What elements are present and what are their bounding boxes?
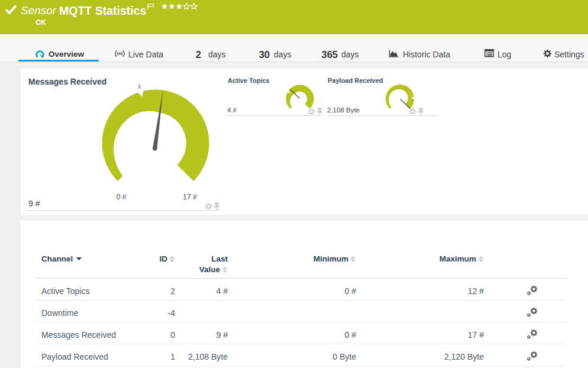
col-header-channel[interactable]: Channel (35, 251, 159, 278)
cell-channel[interactable]: Payload Received (35, 344, 159, 366)
table-row: Payload Received12,108 Byte0 Byte2,120 B… (35, 344, 567, 366)
cell-minimum: 0 Byte (228, 344, 356, 366)
gauge-value-payload-received: 2,108 Byte (327, 106, 360, 114)
gauge-value-active-topics: 4 # (227, 106, 237, 114)
col-header-actions (484, 251, 567, 278)
tab-historic-data[interactable]: Historic Data (403, 49, 450, 60)
tab-365days-number[interactable]: 365 (314, 49, 338, 60)
sort-icon (478, 256, 484, 262)
cell-id: 1 (159, 344, 175, 366)
tab-settings[interactable]: Settings (554, 49, 584, 60)
tab-365days-label[interactable]: days (341, 49, 359, 60)
flag-icon[interactable] (147, 4, 154, 10)
col-header-maximum[interactable]: Maximum (356, 251, 484, 278)
col-header-last-value[interactable]: Last Value (175, 251, 228, 278)
priority-stars-rating[interactable] (161, 3, 200, 11)
table-row: Downtime-4 (35, 300, 567, 322)
live-data-icon (115, 49, 125, 58)
sensor-header: Sensor MQTT Statistics OK (0, 0, 588, 34)
sort-icon (222, 267, 228, 273)
col-header-minimum[interactable]: Minimum (228, 251, 356, 278)
channel-table: Channel ID Last Value Minimum Maximum Ac… (35, 251, 567, 366)
tab-2days-label[interactable]: days (208, 49, 226, 60)
cell-minimum: 0 # (228, 278, 356, 300)
status-check-icon (4, 5, 18, 14)
sensor-type-label: Sensor (21, 3, 56, 18)
cell-id: -4 (159, 300, 175, 322)
log-icon (484, 49, 494, 57)
gauge-value-messages-received: 9 # (28, 199, 40, 208)
cell-maximum: 2,120 Byte (356, 344, 484, 366)
channels-panel: Channel ID Last Value Minimum Maximum Ac… (21, 221, 588, 368)
historic-data-icon (389, 49, 399, 58)
col-header-id[interactable]: ID (159, 251, 175, 278)
star-filled-icon[interactable] (169, 3, 175, 9)
cell-id: 0 (159, 322, 175, 344)
tab-overview[interactable]: Overview (49, 49, 84, 60)
gauge-gear-pin-icons[interactable] (205, 202, 224, 210)
cell-last-value: 9 # (175, 322, 228, 344)
cell-channel[interactable]: Downtime (35, 300, 159, 322)
cell-minimum: 0 # (228, 322, 356, 344)
cell-actions (484, 322, 567, 344)
gauges-panel: Messages Received x̄ 0 # 17 # 9 # Active… (21, 69, 588, 215)
table-row: Active Topics24 #0 #12 # (35, 278, 567, 300)
tab-live-data[interactable]: Live Data (128, 49, 163, 60)
overview-gauge-icon (35, 50, 45, 59)
tab-log[interactable]: Log (497, 49, 511, 60)
edit-channel-gears-icon[interactable] (526, 330, 538, 340)
cell-channel[interactable]: Messages Received (35, 322, 159, 344)
cell-maximum: 12 # (356, 278, 484, 300)
gauge-cell-border (25, 210, 221, 211)
gauge-min-label: 0 # (104, 193, 139, 201)
star-filled-icon[interactable] (176, 3, 182, 9)
cell-last-value (175, 300, 228, 322)
sort-icon (350, 256, 356, 262)
edit-channel-gears-icon[interactable] (526, 351, 538, 361)
cell-actions (484, 344, 567, 366)
tab-bar: Overview Live Data 2 days 30 days 365 da… (0, 34, 588, 62)
channel-sort-caret-icon (76, 257, 82, 260)
messages-received-gauge (96, 84, 215, 202)
cell-last-value: 4 # (175, 278, 228, 300)
star-empty-icon[interactable] (183, 3, 190, 9)
cell-last-value: 2,108 Byte (175, 344, 228, 366)
cell-maximum: 17 # (356, 322, 484, 344)
active-tab-underline (18, 60, 99, 62)
cell-actions (484, 300, 567, 322)
cell-maximum (356, 300, 484, 322)
status-badge: OK (35, 19, 46, 27)
gauge-gear-pin-icons[interactable] (308, 108, 327, 115)
star-filled-icon[interactable] (161, 3, 168, 9)
gauge-mean-marker: x̄ (132, 83, 147, 90)
gauge-max-label: 17 # (172, 193, 208, 201)
table-row: Messages Received09 #0 #17 # (35, 322, 567, 344)
tab-30days-number[interactable]: 30 (246, 49, 270, 60)
tab-30days-label[interactable]: days (274, 49, 292, 60)
gauge-title-messages-received: Messages Received (28, 77, 106, 87)
sort-icon (169, 256, 175, 262)
cell-actions (484, 278, 567, 300)
gauge-cell-border (327, 115, 437, 116)
cell-channel[interactable]: Active Topics (35, 278, 159, 300)
gauge-title-payload-received: Payload Received (328, 77, 383, 85)
cell-id: 2 (159, 278, 175, 300)
tab-2days-number[interactable]: 2 (177, 49, 201, 60)
table-header-row: Channel ID Last Value Minimum Maximum (35, 251, 567, 278)
gauge-gear-pin-icons[interactable] (409, 108, 428, 115)
page-title: MQTT Statistics (59, 3, 146, 18)
edit-channel-gears-icon[interactable] (526, 286, 538, 296)
star-empty-icon[interactable] (190, 3, 197, 9)
cell-minimum (228, 300, 356, 322)
gauge-title-active-topics: Active Topics (228, 77, 270, 85)
priority-stars[interactable] (161, 2, 200, 13)
gauge-cell-border (225, 115, 322, 116)
settings-gear-icon (543, 49, 552, 58)
edit-channel-gears-icon[interactable] (526, 308, 538, 318)
